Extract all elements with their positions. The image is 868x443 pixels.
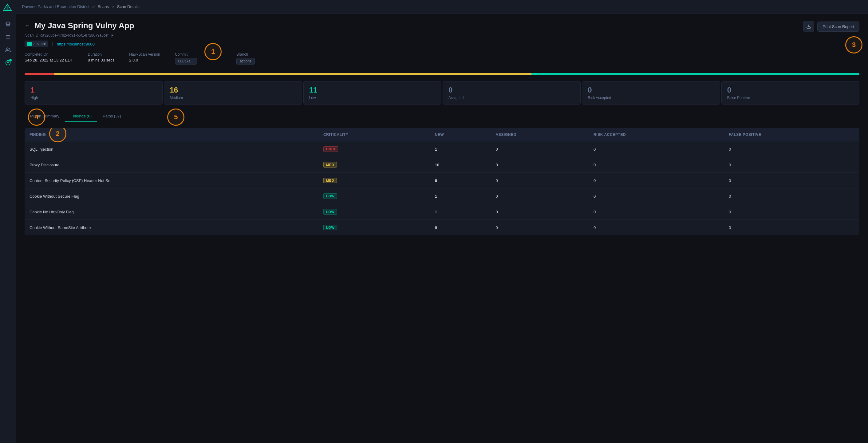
- scan-id-row: Scan ID: ca3205be-47b2-4d91-b6f1-8728679…: [25, 33, 255, 37]
- table-row[interactable]: Content Security Policy (CSP) Header Not…: [25, 173, 859, 188]
- tab-paths[interactable]: Paths (37): [97, 111, 127, 122]
- progress-low: [531, 73, 859, 75]
- meta-commit: Commit 08857a... 1: [175, 52, 197, 64]
- stat-low-label: Low: [309, 96, 436, 100]
- meta-commit-value: 08857a...: [175, 58, 197, 64]
- svg-point-7: [6, 48, 8, 50]
- crit-badge: HIGH: [323, 146, 338, 152]
- stat-risk-accepted: 0 Risk Accepted: [582, 81, 720, 105]
- finding-false-positive: 0: [724, 220, 859, 235]
- finding-assigned: 0: [491, 173, 589, 188]
- meta-duration-value: 8 mins 33 secs: [88, 58, 115, 62]
- print-scan-report-button[interactable]: Print Scan Report: [817, 22, 859, 32]
- sidebar: [0, 0, 16, 443]
- finding-name: Content Security Policy (CSP) Header Not…: [25, 173, 318, 188]
- finding-name: Cookie Without SameSite Attribute: [25, 220, 318, 235]
- page-title-row: ← My Java Spring Vulny App: [25, 21, 255, 30]
- copy-icon[interactable]: ⎘: [111, 33, 114, 37]
- annotation-3: 3: [845, 36, 863, 54]
- download-button[interactable]: [803, 21, 814, 32]
- meta-duration: Duration 8 mins 33 secs: [88, 52, 115, 64]
- tab-plugin-summary[interactable]: Plugin Summary: [25, 111, 65, 122]
- meta-hawkscan-value: 2.8.0: [129, 58, 160, 62]
- meta-commit-label: Commit: [175, 52, 197, 57]
- tab-findings[interactable]: Findings (6): [65, 111, 97, 122]
- stat-high: 1 High 4: [25, 81, 163, 105]
- stat-low: 11 Low: [303, 81, 441, 105]
- page-title-area: ← My Java Spring Vulny App Scan ID: ca32…: [25, 21, 255, 69]
- stat-risk-accepted-label: Risk Accepted: [588, 96, 714, 100]
- meta-hawkscan-label: HawkScan Version: [129, 52, 160, 57]
- finding-false-positive: 0: [724, 188, 859, 204]
- finding-criticality: MED: [318, 173, 430, 188]
- crit-badge: LOW: [323, 209, 337, 214]
- sidebar-logo[interactable]: [2, 3, 13, 14]
- topnav: Pawnee Parks and Recreation District > S…: [16, 0, 868, 13]
- service-icon: [27, 42, 32, 46]
- finding-new: 1: [430, 188, 491, 204]
- finding-false-positive: 0: [724, 157, 859, 173]
- col-risk-accepted: Risk Accepted: [589, 128, 724, 141]
- finding-risk-accepted: 0: [589, 188, 724, 204]
- sidebar-item-profile[interactable]: [2, 57, 13, 68]
- breadcrumb-scans[interactable]: Scans: [98, 4, 109, 9]
- col-new: New: [430, 128, 491, 141]
- stat-high-label: High: [30, 96, 157, 100]
- finding-risk-accepted: 0: [589, 173, 724, 188]
- finding-new: 1: [430, 204, 491, 220]
- finding-risk-accepted: 0: [589, 220, 724, 235]
- finding-criticality: HIGH: [318, 141, 430, 157]
- progress-medium: [54, 73, 531, 75]
- meta-completed-value: Sep 28, 2022 at 13:22 EDT: [25, 58, 73, 62]
- col-assigned: Assigned: [491, 128, 589, 141]
- finding-risk-accepted: 0: [589, 141, 724, 157]
- service-row: dev-api | https://localhost:9000: [25, 40, 255, 47]
- breadcrumb-org: Pawnee Parks and Recreation District: [22, 4, 89, 9]
- service-url[interactable]: https://localhost:9000: [57, 42, 95, 47]
- finding-risk-accepted: 0: [589, 204, 724, 220]
- finding-name: SQL Injection: [25, 141, 318, 157]
- finding-assigned: 0: [491, 188, 589, 204]
- sidebar-item-layers[interactable]: [2, 19, 13, 30]
- finding-false-positive: 0: [724, 141, 859, 157]
- crit-badge: MED: [323, 162, 337, 168]
- crit-badge: MED: [323, 178, 337, 183]
- service-divider: |: [52, 41, 53, 47]
- stat-medium: 16 Medium 5: [164, 81, 302, 105]
- finding-risk-accepted: 0: [589, 157, 724, 173]
- table-row[interactable]: Cookie Without SameSite Attribute LOW 9 …: [25, 220, 859, 235]
- page-header: ← My Java Spring Vulny App Scan ID: ca32…: [25, 21, 859, 69]
- stat-false-positive: 0 False Positive: [721, 81, 859, 105]
- finding-assigned: 0: [491, 141, 589, 157]
- finding-new: 9: [430, 220, 491, 235]
- table-row[interactable]: Cookie Without Secure Flag LOW 1 0 0 0: [25, 188, 859, 204]
- breadcrumb: Pawnee Parks and Recreation District > S…: [22, 4, 140, 9]
- finding-name: Proxy Disclosure: [25, 157, 318, 173]
- finding-assigned: 0: [491, 157, 589, 173]
- meta-duration-label: Duration: [88, 52, 115, 57]
- crit-badge: LOW: [323, 194, 337, 199]
- sidebar-item-users[interactable]: [2, 44, 13, 55]
- page-title: My Java Spring Vulny App: [34, 21, 134, 30]
- stat-medium-label: Medium: [170, 96, 296, 100]
- meta-branch-label: Branch: [236, 52, 255, 57]
- finding-name: Cookie No HttpOnly Flag: [25, 204, 318, 220]
- table-row[interactable]: Cookie No HttpOnly Flag LOW 1 0 0 0: [25, 204, 859, 220]
- svg-point-8: [7, 61, 9, 63]
- branch-badge: actions: [236, 58, 255, 64]
- header-actions: Print Scan Report 3: [803, 21, 859, 32]
- meta-branch-value: actions: [236, 58, 255, 64]
- back-button[interactable]: ←: [25, 23, 30, 29]
- table-row[interactable]: SQL Injection HIGH 1 0 0 0: [25, 141, 859, 157]
- meta-completed: Completed On Sep 28, 2022 at 13:22 EDT: [25, 52, 73, 64]
- meta-completed-label: Completed On: [25, 52, 73, 57]
- sidebar-item-list[interactable]: [2, 31, 13, 42]
- finding-assigned: 0: [491, 220, 589, 235]
- finding-new: 10: [430, 157, 491, 173]
- annotation-2: 2: [49, 128, 66, 142]
- finding-false-positive: 0: [724, 173, 859, 188]
- col-false-positive: False Positive: [724, 128, 859, 141]
- meta-hawkscan: HawkScan Version 2.8.0: [129, 52, 160, 64]
- finding-new: 1: [430, 141, 491, 157]
- table-row[interactable]: Proxy Disclosure MED 10 0 0 0: [25, 157, 859, 173]
